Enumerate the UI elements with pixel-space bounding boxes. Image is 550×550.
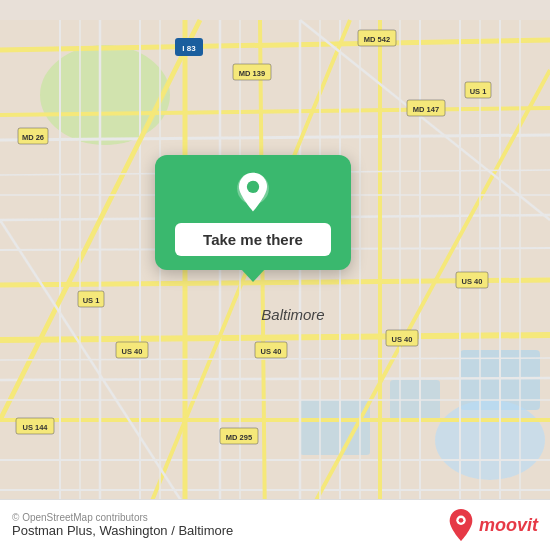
svg-text:US 40: US 40 xyxy=(392,335,413,344)
map-container: I 83 MD 542 MD 139 MD 26 MD 147 US 1 US … xyxy=(0,0,550,550)
moovit-logo: moovit xyxy=(447,508,538,542)
svg-text:US 144: US 144 xyxy=(22,423,48,432)
svg-point-5 xyxy=(435,400,545,480)
svg-text:MD 542: MD 542 xyxy=(364,35,390,44)
svg-text:MD 295: MD 295 xyxy=(226,433,252,442)
bottom-left: © OpenStreetMap contributors Postman Plu… xyxy=(12,512,233,538)
moovit-pin-icon xyxy=(447,508,475,542)
svg-text:US 1: US 1 xyxy=(83,296,100,305)
popup-card: Take me there xyxy=(155,155,351,270)
svg-text:US 40: US 40 xyxy=(261,347,282,356)
map-svg: I 83 MD 542 MD 139 MD 26 MD 147 US 1 US … xyxy=(0,0,550,550)
svg-text:US 40: US 40 xyxy=(122,347,143,356)
moovit-brand-text: moovit xyxy=(479,515,538,536)
svg-point-74 xyxy=(247,181,259,193)
location-pin-icon xyxy=(231,171,275,215)
svg-text:US 1: US 1 xyxy=(470,87,487,96)
svg-text:Baltimore: Baltimore xyxy=(261,306,324,323)
svg-text:US 40: US 40 xyxy=(462,277,483,286)
svg-text:MD 139: MD 139 xyxy=(239,69,265,78)
svg-text:MD 26: MD 26 xyxy=(22,133,44,142)
svg-text:I 83: I 83 xyxy=(182,44,196,53)
svg-text:MD 147: MD 147 xyxy=(413,105,439,114)
app-name: Postman Plus, Washington / Baltimore xyxy=(12,523,233,538)
bottom-bar: © OpenStreetMap contributors Postman Plu… xyxy=(0,499,550,550)
take-me-there-button[interactable]: Take me there xyxy=(175,223,331,256)
copyright-text: © OpenStreetMap contributors xyxy=(12,512,233,523)
svg-point-76 xyxy=(459,518,464,523)
